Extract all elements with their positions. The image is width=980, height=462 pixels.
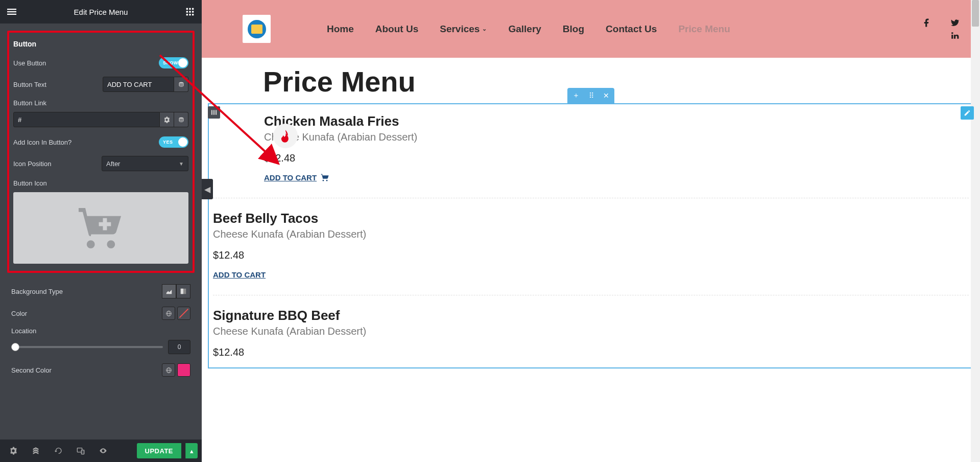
- svg-rect-24: [211, 110, 212, 114]
- menu-item-title: Beef Belly Tacos: [213, 211, 969, 228]
- scrollbar-thumb[interactable]: [972, 0, 979, 27]
- slider-location: 0: [11, 338, 190, 359]
- label-button-text: Button Text: [13, 81, 46, 88]
- menu-item: Signature BBQ Beef Cheese Kunafa (Arabia…: [213, 295, 969, 367]
- nav-price-menu[interactable]: Price Menu: [678, 24, 730, 35]
- menu-item-subtitle: Cheese Kunafa (Arabian Dessert): [213, 326, 969, 346]
- menu-item: Beef Belly Tacos Cheese Kunafa (Arabian …: [213, 198, 969, 295]
- sidebar-header: Edit Price Menu: [0, 0, 202, 24]
- nav-about[interactable]: About Us: [375, 24, 418, 35]
- fire-icon: [273, 124, 298, 148]
- nav-gallery[interactable]: Gallery: [508, 24, 541, 35]
- input-button-text[interactable]: [103, 77, 174, 92]
- toggle-use-button[interactable]: SHOW: [159, 57, 188, 68]
- global-second-color-button[interactable]: [162, 363, 175, 377]
- twitter-icon[interactable]: [950, 18, 960, 28]
- svg-rect-9: [186, 14, 188, 15]
- input-button-link[interactable]: [13, 112, 160, 127]
- chevron-down-icon: ⌄: [482, 26, 487, 32]
- svg-rect-25: [213, 110, 214, 114]
- nav-blog[interactable]: Blog: [563, 24, 584, 35]
- site-nav: Home About Us Services⌄ Gallery Blog Con…: [327, 24, 730, 35]
- section-toolbar: ＋ ⠿ ✕: [567, 88, 614, 103]
- button-section-highlight: Button Use Button SHOW Button Text: [7, 31, 195, 273]
- label-button-icon: Button Icon: [13, 175, 188, 189]
- button-icon-preview[interactable]: [13, 192, 188, 264]
- section-close-icon[interactable]: ✕: [601, 90, 611, 101]
- second-color-swatch[interactable]: [177, 363, 190, 377]
- preview-area: Home About Us Services⌄ Gallery Blog Con…: [202, 0, 980, 462]
- label-color: Color: [11, 310, 27, 317]
- menu-item-subtitle: Cheese Kunafa (Arabian Dessert): [213, 228, 969, 249]
- price-menu-section: Chicken Masala Fries Cheese Kunafa (Arab…: [208, 103, 974, 368]
- svg-rect-3: [186, 8, 188, 10]
- svg-point-13: [179, 118, 183, 119]
- preview-icon[interactable]: [94, 443, 112, 458]
- slider-value[interactable]: 0: [168, 340, 190, 354]
- cart-plus-icon: [77, 204, 125, 252]
- section-add-icon[interactable]: ＋: [570, 90, 582, 101]
- scrollbar[interactable]: [971, 0, 980, 462]
- update-dropdown[interactable]: ▴: [185, 443, 198, 458]
- history-icon[interactable]: [49, 443, 67, 458]
- menu-item-price: $12.48: [264, 152, 969, 173]
- svg-rect-2: [7, 14, 16, 15]
- site-logo[interactable]: [243, 15, 271, 43]
- toggle-add-icon[interactable]: YES: [159, 136, 188, 148]
- toggle-knob: [178, 137, 187, 147]
- svg-rect-8: [192, 11, 194, 12]
- responsive-icon[interactable]: [71, 443, 90, 458]
- row-color: Color: [11, 303, 190, 324]
- sidebar-title: Edit Price Menu: [17, 8, 184, 16]
- slider-thumb[interactable]: [11, 343, 19, 351]
- navigator-icon[interactable]: [27, 443, 45, 458]
- svg-rect-26: [216, 110, 217, 114]
- bg-gradient-button[interactable]: [176, 284, 190, 298]
- menu-item-title: Chicken Masala Fries: [264, 113, 969, 131]
- global-color-button[interactable]: [162, 307, 175, 320]
- add-to-cart-button[interactable]: ADD TO CART: [213, 270, 266, 279]
- svg-rect-23: [81, 450, 84, 454]
- nav-services[interactable]: Services⌄: [440, 24, 487, 35]
- dynamic-tags-button-text[interactable]: [174, 77, 188, 92]
- menu-icon[interactable]: [6, 6, 17, 17]
- dynamic-tags-button-link[interactable]: [174, 112, 188, 127]
- toggle-knob: [178, 58, 187, 67]
- svg-rect-6: [186, 11, 188, 12]
- cart-icon: [321, 173, 329, 182]
- row-add-icon: Add Icon In Button? YES: [13, 132, 188, 152]
- label-background-type: Background Type: [11, 288, 63, 295]
- bg-classic-button[interactable]: [162, 284, 176, 298]
- svg-point-12: [179, 82, 183, 84]
- section-drag-icon[interactable]: ⠿: [587, 90, 596, 101]
- nav-contact[interactable]: Contact Us: [606, 24, 657, 35]
- facebook-icon[interactable]: [922, 18, 931, 28]
- svg-rect-10: [189, 14, 190, 15]
- sidebar-body: Button Use Button SHOW Button Text: [0, 24, 202, 440]
- nav-home[interactable]: Home: [327, 24, 354, 35]
- edit-widget-button[interactable]: [961, 106, 974, 120]
- link-options-button[interactable]: [160, 112, 174, 127]
- label-add-icon: Add Icon In Button?: [13, 138, 71, 146]
- apps-grid-icon[interactable]: [184, 6, 196, 17]
- select-icon-position[interactable]: After ▼: [102, 156, 188, 171]
- svg-rect-4: [189, 8, 190, 10]
- panel-collapse-button[interactable]: ◀: [202, 179, 213, 199]
- color-swatch-none[interactable]: [177, 307, 190, 320]
- row-use-button: Use Button SHOW: [13, 53, 188, 73]
- row-second-color: Second Color: [11, 359, 190, 381]
- style-settings: Background Type Color: [0, 278, 202, 383]
- menu-item-title: Signature BBQ Beef: [213, 308, 969, 326]
- column-handle-icon[interactable]: [208, 106, 220, 119]
- slider-track[interactable]: [11, 346, 163, 348]
- linkedin-icon[interactable]: [950, 31, 960, 40]
- settings-icon[interactable]: [4, 443, 22, 458]
- update-button[interactable]: UPDATE: [137, 443, 181, 458]
- row-button-text: Button Text: [13, 73, 188, 96]
- add-to-cart-button[interactable]: ADD TO CART: [264, 173, 329, 182]
- menu-item-price: $12.48: [213, 346, 969, 367]
- menu-item-subtitle: Cheese Kunafa (Arabian Dessert): [264, 131, 969, 152]
- label-button-link: Button Link: [13, 96, 188, 110]
- svg-rect-11: [192, 14, 194, 15]
- editor-sidebar: Edit Price Menu Button Use Button SHOW B…: [0, 0, 202, 462]
